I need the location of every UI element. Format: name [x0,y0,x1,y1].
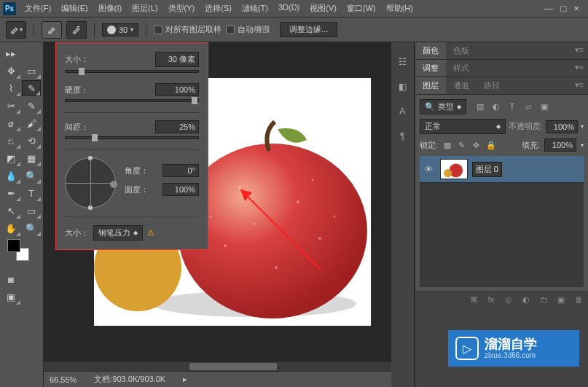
brush-angle-input[interactable]: 0° [162,164,199,177]
history-panel-icon[interactable]: ☷ [396,55,409,69]
horizontal-scrollbar[interactable] [44,361,391,371]
lock-all-icon[interactable]: 🔒 [486,141,496,150]
brush-size-dynamic-select[interactable]: 钢笔压力◆ [93,225,143,241]
layer-mask-icon[interactable]: ◎ [502,295,515,305]
color-swatches[interactable] [7,239,29,261]
panel-menu-icon[interactable]: ▾≡ [571,60,588,77]
refine-edge-button[interactable]: 调整边缘... [280,22,337,37]
tab-channels[interactable]: 通道 [446,77,477,94]
menu-file[interactable]: 文件(F) [20,1,55,16]
character-panel-icon[interactable]: A [396,105,409,118]
lock-transparency-icon[interactable]: ▩ [442,141,452,150]
menu-window[interactable]: 窗口(W) [342,1,380,16]
menu-3d[interactable]: 3D(D) [274,1,304,16]
crop-tool[interactable]: ✂ [1,98,20,114]
scrollbar-thumb[interactable] [189,363,277,370]
menu-type[interactable]: 类型(Y) [164,1,200,16]
lasso-tool[interactable]: ⌇ [1,80,20,96]
screen-mode-toggle[interactable]: ▣ [1,289,20,305]
brush-tool[interactable]: 🖌 [22,115,41,131]
healing-brush-tool[interactable]: ⌀ [1,115,20,131]
shape-tool[interactable]: ▭ [22,203,41,219]
adjustment-layer-icon[interactable]: ◐ [520,295,533,305]
layer-fx-icon[interactable]: fx [485,295,498,305]
brush-size-slider[interactable] [65,70,199,73]
close-button[interactable]: × [573,3,579,14]
brush-hardness-input[interactable]: 100% [155,83,199,96]
menu-edit[interactable]: 编辑(E) [57,1,93,16]
history-brush-tool[interactable]: ⟲ [22,133,41,149]
type-tool[interactable]: T [22,185,41,201]
brush-size-input[interactable]: 30 像素 [155,52,199,67]
paragraph-panel-icon[interactable]: ¶ [396,130,409,143]
eraser-tool[interactable]: ◩ [1,150,20,166]
brush-spacing-slider[interactable] [65,136,199,139]
link-layers-icon[interactable]: ⌘ [467,295,480,305]
gradient-tool[interactable]: ▦ [22,150,41,166]
selection-add-icon[interactable] [42,21,62,39]
layer-item[interactable]: 👁 图层 0 [420,156,584,183]
tab-swatches[interactable]: 色板 [446,42,477,59]
visibility-toggle-icon[interactable]: 👁 [423,165,436,173]
lock-pixels-icon[interactable]: ✎ [457,141,467,150]
layer-thumbnail[interactable] [440,159,468,179]
chevron-down-icon[interactable]: ▾ [581,142,584,149]
properties-panel-icon[interactable]: ◧ [396,80,409,93]
tab-styles[interactable]: 样式 [446,60,477,77]
brush-size-picker[interactable]: 30 ▾ [102,23,138,36]
clone-stamp-tool[interactable]: ⎌ [1,133,20,149]
expand-tools-icon[interactable]: ▸▸ [1,45,20,61]
fill-input[interactable]: 100% [544,138,576,152]
menu-layer[interactable]: 图层(L) [128,1,162,16]
menu-help[interactable]: 帮助(H) [382,1,418,16]
auto-enhance-checkbox[interactable]: 自动增强 [226,24,270,35]
hand-tool[interactable]: ✋ [1,220,20,236]
move-tool[interactable]: ✥ [1,63,20,79]
sample-all-layers-checkbox[interactable]: 对所有图层取样 [154,24,222,35]
status-flyout-icon[interactable]: ▸ [183,375,187,384]
pen-tool[interactable]: ✒ [1,185,20,201]
menu-image[interactable]: 图像(I) [94,1,126,16]
path-selection-tool[interactable]: ↖ [1,203,20,219]
tool-preset-picker[interactable]: ▾ [6,21,26,39]
brush-angle-control[interactable] [65,157,116,208]
layer-name-input[interactable]: 图层 0 [472,162,502,177]
minimize-button[interactable]: — [544,3,554,14]
blur-tool[interactable]: 💧 [1,168,20,184]
dodge-tool[interactable]: 🔍 [22,168,41,184]
delete-layer-icon[interactable]: 🗑 [572,295,585,305]
opacity-input[interactable]: 100% [546,120,578,133]
quick-selection-tool[interactable]: ✎ [22,80,41,96]
foreground-color[interactable] [7,239,20,252]
brush-roundness-input[interactable]: 100% [162,183,199,196]
brush-spacing-input[interactable]: 25% [155,120,199,133]
zoom-level[interactable]: 66.55% [50,375,77,384]
quick-mask-toggle[interactable]: ◙ [1,271,20,287]
tab-layers[interactable]: 图层 [415,77,446,94]
filter-smart-icon[interactable]: ▣ [539,102,549,112]
filter-type-icon[interactable]: T [507,102,517,112]
filter-pixel-icon[interactable]: ▧ [475,102,485,112]
new-layer-icon[interactable]: ▣ [554,295,568,305]
chevron-down-icon[interactable]: ▾ [581,123,584,130]
layer-filter-kind-select[interactable]: 🔍 类型 ◆ [420,99,466,114]
brush-hardness-slider[interactable] [65,99,199,102]
selection-subtract-icon[interactable] [66,21,87,39]
layer-group-icon[interactable]: 🗀 [537,295,550,305]
panel-menu-icon[interactable]: ▾≡ [571,77,588,94]
panel-menu-icon[interactable]: ▾≡ [571,42,588,59]
menu-select[interactable]: 选择(S) [200,1,236,16]
zoom-tool[interactable]: 🔍 [22,220,41,236]
marquee-tool[interactable]: ▭ [22,63,41,79]
tab-adjustments[interactable]: 调整 [415,60,446,77]
menu-filter[interactable]: 滤镜(T) [238,1,273,16]
lock-position-icon[interactable]: ✥ [471,141,482,150]
filter-adjustment-icon[interactable]: ◐ [491,102,501,112]
blend-mode-select[interactable]: 正常◆ [420,119,506,134]
maximize-button[interactable]: □ [561,3,567,14]
eyedropper-tool[interactable]: ✎ [22,98,41,114]
document-size[interactable]: 文档:903.0K/903.0K [94,374,165,385]
tab-color[interactable]: 颜色 [415,42,446,59]
filter-shape-icon[interactable]: ▱ [523,102,533,112]
tab-paths[interactable]: 路径 [477,77,507,94]
